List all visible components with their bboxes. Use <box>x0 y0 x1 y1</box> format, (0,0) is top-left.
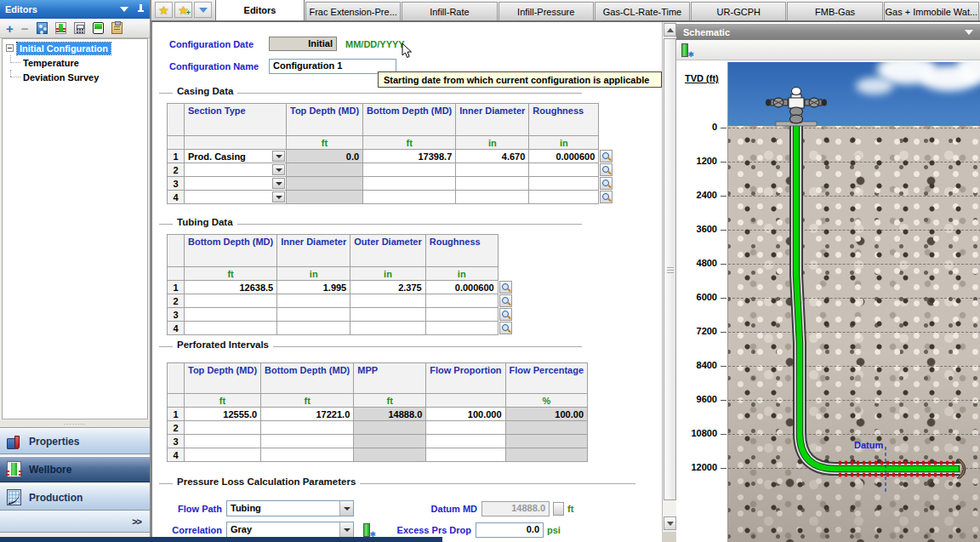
add-favorite-button[interactable]: ★ <box>174 2 192 18</box>
tvd-tick: 8400 <box>680 360 717 370</box>
lookup-magnifier-button[interactable] <box>499 281 512 294</box>
panel-splitter[interactable]: ........ <box>0 420 150 428</box>
tree-item-temperature[interactable]: Temperature <box>3 55 147 70</box>
bottom-depth-cell[interactable]: 17398.7 <box>363 150 456 163</box>
expand-panels-button[interactable]: >> <box>0 511 150 533</box>
status-strip <box>0 537 442 542</box>
properties-icon[interactable] <box>37 22 48 34</box>
wellbore-sparkle-icon[interactable] <box>362 523 376 537</box>
dropdown-button[interactable] <box>272 164 285 175</box>
perforated-group-separator: Perforated Intervals <box>159 346 582 347</box>
dropdown-button[interactable] <box>272 178 285 189</box>
wellbore-icon <box>7 461 21 477</box>
paste-icon[interactable] <box>111 22 122 34</box>
tab-infill-rate[interactable]: Infill-Rate <box>402 2 497 20</box>
excess-prs-drop-input[interactable]: 0.0 <box>476 522 544 538</box>
tvd-tick: 4800 <box>680 258 717 268</box>
wellbore-drawing <box>728 62 980 542</box>
calculator-icon[interactable] <box>74 22 85 34</box>
dropdown-button[interactable] <box>339 501 353 516</box>
dropdown-button[interactable] <box>272 151 285 162</box>
col-header: Roughness <box>529 104 599 136</box>
section-type-cell[interactable] <box>185 177 287 191</box>
tvd-tick: 0 <box>680 122 717 132</box>
remove-button[interactable]: − <box>21 22 29 35</box>
unit-cell: in <box>529 136 599 150</box>
excess-prs-drop-label: Excess Prs Drop <box>379 525 471 535</box>
datum-md-label: Datum MD <box>367 504 477 514</box>
schematic-header: Schematic <box>676 24 980 40</box>
section-type-cell[interactable]: Prod. Casing <box>185 150 287 163</box>
scroll-down-button[interactable] <box>664 516 676 530</box>
section-type-cell[interactable] <box>185 191 287 204</box>
flask-icon <box>7 433 21 449</box>
tree-item-initial-configuration[interactable]: Initial Configuration <box>3 41 147 55</box>
col-header: Inner Diameter <box>277 235 350 267</box>
tab-frac-extension[interactable]: Frac Extension-Pre... <box>305 2 401 20</box>
table-row: 1 12555.0 17221.0 14888.0 100.000 100.00 <box>168 408 588 421</box>
tree-item-label[interactable]: Temperature <box>23 58 79 68</box>
lookup-magnifier-button[interactable] <box>600 191 612 203</box>
roughness-cell[interactable]: 0.000600 <box>529 150 599 163</box>
nav-label: Properties <box>29 436 79 448</box>
configuration-tree: Initial Configuration Temperature Deviat… <box>2 38 148 419</box>
add-button[interactable]: + <box>6 22 14 35</box>
unit-cell: in <box>425 267 498 281</box>
table-row: 4 <box>168 322 514 335</box>
tab-gas-cl-rate-time[interactable]: Gas-CL-Rate-Time <box>595 2 690 20</box>
tubing-group-separator: Tubing Data <box>159 224 582 225</box>
col-header: Bottom Depth (MD) <box>261 363 354 394</box>
dropdown-button[interactable] <box>339 522 353 537</box>
corner-cell <box>168 104 185 136</box>
sidebar-item-production[interactable]: Production <box>0 484 150 511</box>
favorite-star-button[interactable]: ★ <box>155 2 173 18</box>
tree-item-label[interactable]: Deviation Survey <box>23 72 99 83</box>
datum-picker-button[interactable] <box>553 502 564 516</box>
tab-editors[interactable]: Editors <box>215 0 305 20</box>
pressure-loss-group-title: Pressure Loss Calculation Parameters <box>173 476 360 487</box>
battery-icon[interactable] <box>93 22 104 34</box>
tab-list-button[interactable] <box>194 2 212 18</box>
tab-infill-pressure[interactable]: Infill-Pressure <box>499 2 594 20</box>
lookup-magnifier-button[interactable] <box>600 177 612 190</box>
pin-icon[interactable] <box>137 4 145 14</box>
sidebar-item-wellbore[interactable]: Wellbore <box>0 456 150 482</box>
perforated-table: Top Depth (MD) Bottom Depth (MD) MPP Flo… <box>167 362 588 462</box>
unit-cell: in <box>456 136 529 150</box>
scrollbar-thumb[interactable] <box>664 38 676 500</box>
chevron-down-icon[interactable] <box>965 30 973 35</box>
dropdown-button[interactable] <box>272 191 285 203</box>
tab-ur-gcph[interactable]: UR-GCPH <box>691 2 786 20</box>
schematic-options-icon[interactable] <box>681 43 694 57</box>
wellbore-icon[interactable] <box>55 22 66 34</box>
flow-path-select[interactable]: Tubing <box>226 500 354 516</box>
section-type-cell[interactable] <box>185 163 287 177</box>
tvd-tick: 10800 <box>680 428 717 438</box>
tab-label: Editors <box>244 5 276 15</box>
lookup-magnifier-button[interactable] <box>499 322 512 334</box>
config-date-field[interactable]: Initial <box>269 37 337 51</box>
unit-cell: ft <box>287 136 363 150</box>
excess-prs-drop-unit: psi <box>547 525 561 535</box>
tab-gas-immobile-water[interactable]: Gas + Immobile Wat... <box>884 2 979 20</box>
chevron-down-icon[interactable] <box>120 7 128 12</box>
editor-vertical-scrollbar[interactable] <box>662 22 676 532</box>
scroll-up-button[interactable] <box>664 23 676 37</box>
tab-fmb-gas[interactable]: FMB-Gas <box>787 2 882 20</box>
lookup-magnifier-button[interactable] <box>499 294 512 307</box>
correlation-select[interactable]: Gray <box>226 522 354 538</box>
nav-label: Production <box>29 492 83 504</box>
unit-cell: ft <box>185 394 261 408</box>
unit-cell: in <box>350 267 425 281</box>
table-row: 2 <box>168 294 514 308</box>
inner-diameter-cell[interactable]: 4.670 <box>456 150 529 163</box>
tree-item-label[interactable]: Initial Configuration <box>17 43 111 54</box>
collapse-icon[interactable] <box>6 44 14 52</box>
tree-item-deviation-survey[interactable]: Deviation Survey <box>3 70 147 84</box>
lookup-magnifier-button[interactable] <box>499 308 512 321</box>
pressure-loss-group-separator: Pressure Loss Calculation Parameters <box>159 483 635 484</box>
tvd-tick: 7200 <box>680 326 717 336</box>
lookup-magnifier-button[interactable] <box>600 150 612 163</box>
sidebar-item-properties[interactable]: Properties <box>0 428 150 454</box>
lookup-magnifier-button[interactable] <box>600 163 612 176</box>
